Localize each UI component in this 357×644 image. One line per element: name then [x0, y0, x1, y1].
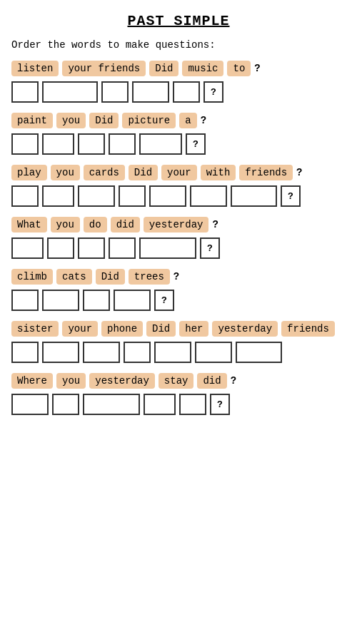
answer-box-6-3[interactable] [124, 342, 151, 363]
exercise-4: Whatyoudodidyesterday?? [11, 217, 346, 259]
answer-box-3-3[interactable] [119, 185, 146, 207]
answer-box-4-4[interactable] [139, 237, 196, 259]
word-row-6: sisteryourphoneDidheryesterdayfriends [11, 321, 346, 337]
answer-box-5-2[interactable] [83, 290, 110, 311]
answer-box-4-3[interactable] [109, 237, 136, 259]
word-chip-3-3[interactable]: Did [129, 165, 158, 180]
word-chip-6-2[interactable]: phone [101, 321, 143, 337]
word-chip-3-6[interactable]: friends [239, 165, 293, 180]
question-mark-word-7: ? [231, 375, 236, 387]
answer-box-7-3[interactable] [144, 394, 176, 415]
answer-row-4: ? [11, 237, 346, 259]
answer-box-6-6[interactable] [236, 342, 282, 363]
word-chip-4-3[interactable]: did [111, 217, 140, 232]
question-mark-word-3: ? [296, 167, 302, 178]
answer-box-6-1[interactable] [42, 342, 79, 363]
answer-box-1-0[interactable] [11, 81, 39, 103]
word-row-1: listenyour friendsDidmusicto? [11, 61, 346, 76]
word-chip-2-2[interactable]: Did [89, 113, 119, 128]
word-chip-3-1[interactable]: you [51, 165, 80, 180]
answer-box-1-4[interactable] [173, 81, 200, 103]
answer-box-2-1[interactable] [42, 133, 74, 155]
word-chip-2-4[interactable]: a [179, 113, 196, 128]
answer-row-6 [11, 342, 346, 363]
answer-box-2-2[interactable] [78, 133, 105, 155]
exercise-3: playyoucardsDidyourwithfriends?? [11, 165, 346, 207]
answer-box-4-2[interactable] [78, 237, 105, 259]
word-chip-6-5[interactable]: yesterday [212, 321, 278, 337]
word-chip-3-2[interactable]: cards [84, 165, 125, 180]
answer-box-5-3[interactable] [114, 290, 151, 311]
word-chip-1-4[interactable]: to [227, 61, 251, 76]
word-chip-4-0[interactable]: What [11, 217, 47, 232]
answer-box-1-3[interactable] [132, 81, 169, 103]
word-chip-2-3[interactable]: picture [122, 113, 176, 128]
answer-box-5-0[interactable] [11, 290, 39, 311]
answer-box-2-3[interactable] [109, 133, 136, 155]
word-chip-2-1[interactable]: you [56, 113, 86, 128]
answer-box-6-2[interactable] [83, 342, 120, 363]
answer-box-4-0[interactable] [11, 237, 44, 259]
word-chip-6-1[interactable]: your [62, 321, 98, 337]
word-chip-1-3[interactable]: music [182, 61, 223, 76]
word-chip-6-0[interactable]: sister [11, 321, 59, 337]
answer-box-7-0[interactable] [11, 394, 49, 415]
answer-box-4-1[interactable] [47, 237, 74, 259]
word-row-4: Whatyoudodidyesterday? [11, 217, 346, 232]
answer-box-3-2[interactable] [78, 185, 115, 207]
answer-box-7-4[interactable] [179, 394, 206, 415]
word-chip-3-5[interactable]: with [201, 165, 236, 180]
answer-box-3-6[interactable] [231, 185, 277, 207]
word-chip-7-2[interactable]: yesterday [89, 373, 155, 389]
answer-box-2-0[interactable] [11, 133, 39, 155]
qmark-box-5: ? [154, 290, 174, 311]
question-mark-word-2: ? [201, 115, 206, 126]
word-chip-2-0[interactable]: paint [11, 113, 53, 128]
answer-box-5-1[interactable] [42, 290, 79, 311]
word-chip-1-1[interactable]: your friends [62, 61, 146, 76]
word-chip-5-3[interactable]: trees [129, 269, 170, 285]
qmark-box-1: ? [203, 81, 223, 103]
answer-row-2: ? [11, 133, 346, 155]
word-chip-3-0[interactable]: play [11, 165, 47, 180]
question-mark-word-5: ? [174, 271, 179, 282]
word-chip-7-4[interactable]: did [197, 373, 226, 389]
exercise-7: Whereyouyesterdaystaydid?? [11, 373, 346, 415]
word-chip-3-4[interactable]: your [161, 165, 197, 180]
word-chip-1-2[interactable]: Did [149, 61, 178, 76]
word-chip-7-0[interactable]: Where [11, 373, 53, 389]
word-chip-4-4[interactable]: yesterday [144, 217, 209, 232]
answer-box-3-0[interactable] [11, 185, 39, 207]
answer-box-6-5[interactable] [195, 342, 232, 363]
answer-box-3-4[interactable] [149, 185, 186, 207]
answer-box-1-1[interactable] [42, 81, 98, 103]
question-mark-word-1: ? [254, 63, 260, 74]
answer-box-1-2[interactable] [101, 81, 129, 103]
answer-row-5: ? [11, 290, 346, 311]
exercise-6: sisteryourphoneDidheryesterdayfriends [11, 321, 346, 363]
word-chip-7-3[interactable]: stay [159, 373, 194, 389]
word-chip-6-3[interactable]: Did [146, 321, 176, 337]
question-mark-word-4: ? [212, 219, 218, 230]
word-chip-5-0[interactable]: climb [11, 269, 53, 285]
word-chip-4-1[interactable]: you [51, 217, 80, 232]
answer-box-6-0[interactable] [11, 342, 39, 363]
exercise-2: paintyouDidpicturea?? [11, 113, 346, 155]
answer-box-7-1[interactable] [52, 394, 79, 415]
word-chip-4-2[interactable]: do [84, 217, 107, 232]
qmark-box-4: ? [200, 237, 220, 259]
word-chip-5-1[interactable]: cats [56, 269, 92, 285]
word-chip-7-1[interactable]: you [56, 373, 86, 389]
answer-box-3-1[interactable] [42, 185, 74, 207]
answer-box-7-2[interactable] [83, 394, 140, 415]
answer-row-3: ? [11, 185, 346, 207]
exercise-5: climbcatsDidtrees?? [11, 269, 346, 311]
answer-box-3-5[interactable] [190, 185, 227, 207]
word-chip-5-2[interactable]: Did [96, 269, 125, 285]
word-chip-6-6[interactable]: friends [281, 321, 335, 337]
answer-box-6-4[interactable] [154, 342, 191, 363]
word-chip-6-4[interactable]: her [179, 321, 208, 337]
answer-box-2-4[interactable] [139, 133, 182, 155]
instruction-text: Order the words to make questions: [11, 39, 346, 51]
word-chip-1-0[interactable]: listen [11, 61, 59, 76]
